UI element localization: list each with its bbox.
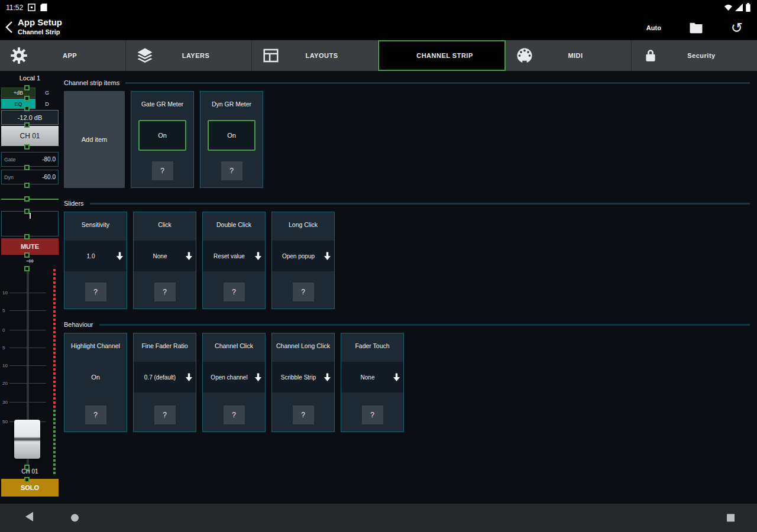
- nav-back-button[interactable]: [25, 511, 34, 524]
- nav-home-button[interactable]: [71, 514, 79, 522]
- tab-security[interactable]: Security: [632, 40, 757, 71]
- dropdown-arrow-icon: [185, 252, 193, 261]
- fader-scale-label: 5: [2, 345, 5, 351]
- auto-mode-button[interactable]: Auto: [646, 24, 661, 31]
- setting-card-channel-click: Channel Click Open channel ?: [202, 333, 266, 432]
- dyn-item[interactable]: Dyn -60.0: [1, 170, 59, 184]
- help-button[interactable]: ?: [85, 406, 106, 424]
- edit-handle: [24, 106, 30, 111]
- layers-icon: [132, 47, 158, 64]
- lock-icon: [638, 47, 664, 64]
- edit-handle: [24, 196, 30, 202]
- settings-tab-bar: APP LAYERS LAYOUTS CHANNEL STRIP MIDI: [0, 40, 757, 71]
- solo-button[interactable]: SOLO: [1, 479, 59, 497]
- help-button[interactable]: ?: [154, 406, 176, 424]
- card-title: Fine Fader Ratio: [134, 333, 196, 359]
- back-icon[interactable]: [5, 21, 13, 34]
- midi-icon: [512, 47, 538, 64]
- fader-scale-label: 20: [2, 381, 8, 386]
- setting-card-channel-long-click: Channel Long Click Scribble Strip ?: [271, 333, 335, 432]
- edit-handle: [24, 85, 30, 90]
- channel-items-row: Add item Gate GR Meter On ? Dyn GR Meter…: [64, 91, 750, 188]
- gain-item[interactable]: +dB G: [1, 87, 59, 98]
- section-divider: [99, 324, 750, 326]
- fader-area: 10 5 0 5 10 20 30 50: [0, 269, 61, 476]
- section-divider: [125, 82, 750, 84]
- pan-item[interactable]: [1, 211, 59, 236]
- eq-item[interactable]: EQ D: [1, 99, 59, 109]
- toggle-button[interactable]: On: [138, 120, 186, 151]
- gate-item[interactable]: Gate -80.0: [1, 152, 59, 167]
- tab-label: LAYERS: [158, 52, 251, 59]
- fader-scale-label: 10: [2, 363, 8, 368]
- help-button[interactable]: ?: [152, 161, 173, 180]
- nav-recents-button[interactable]: [727, 514, 735, 522]
- card-title: Click: [134, 212, 196, 238]
- tab-layers[interactable]: LAYERS: [126, 40, 252, 71]
- edit-handle: [24, 266, 30, 271]
- setting-card-gate-gr-meter: Gate GR Meter On ?: [131, 91, 194, 188]
- dropdown-fader-touch[interactable]: None: [341, 362, 403, 392]
- dropdown-click[interactable]: None: [134, 241, 196, 271]
- dropdown-value: 1.0: [64, 253, 115, 259]
- level-display[interactable]: -12.0 dB: [1, 110, 59, 125]
- fader-scale-label: 30: [2, 400, 8, 405]
- help-button[interactable]: ?: [293, 406, 314, 424]
- setting-card-sensitivity: Sensitivity 1.0 ?: [64, 212, 127, 309]
- gear-icon: [6, 47, 32, 64]
- setting-card-double-click: Double Click Reset value ?: [202, 212, 266, 309]
- add-item-button[interactable]: Add item: [64, 91, 125, 188]
- nav-home-icon: [71, 514, 79, 522]
- dropdown-arrow-icon: [115, 252, 124, 261]
- tab-midi[interactable]: MIDI: [506, 40, 632, 71]
- dropdown-long-click[interactable]: Open popup: [272, 241, 334, 271]
- dropdown-sensitivity[interactable]: 1.0: [64, 241, 127, 271]
- tab-label: MIDI: [538, 52, 631, 59]
- fader-scale-tick: [9, 365, 46, 366]
- help-button[interactable]: ?: [293, 283, 314, 301]
- help-button[interactable]: ?: [224, 406, 245, 424]
- tab-channel-strip[interactable]: CHANNEL STRIP: [378, 40, 506, 71]
- dropdown-value: Open popup: [272, 253, 323, 259]
- nav-back-icon: [25, 511, 34, 522]
- help-button[interactable]: ?: [85, 283, 106, 301]
- dropdown-channel-long-click[interactable]: Scribble Strip: [272, 362, 334, 392]
- tab-layouts[interactable]: LAYOUTS: [252, 40, 378, 71]
- toggle-button[interactable]: On: [64, 362, 127, 392]
- dyn-label: Dyn: [4, 174, 14, 180]
- dropdown-arrow-icon: [323, 252, 332, 261]
- fader-scale-tick: [9, 330, 46, 330]
- scribble-strip[interactable]: CH 01: [1, 126, 59, 146]
- folder-icon[interactable]: [688, 21, 704, 34]
- layout-icon: [258, 47, 284, 64]
- fader-scale-tick: [9, 310, 46, 311]
- dropdown-double-click[interactable]: Reset value: [203, 241, 265, 271]
- setting-card-click: Click None ?: [133, 212, 196, 309]
- dropdown-fine-fader-ratio[interactable]: 0.7 (default): [134, 362, 196, 392]
- section-title: Sliders: [64, 200, 84, 207]
- card-title: Channel Long Click: [272, 333, 334, 359]
- cell-signal-icon: [735, 4, 743, 11]
- dropdown-value: Open channel: [203, 374, 254, 381]
- tab-label: Security: [664, 52, 757, 59]
- section-sliders: Sliders: [64, 200, 750, 207]
- fader-scale-label: 5: [2, 308, 5, 313]
- help-button[interactable]: ?: [362, 406, 383, 424]
- setting-card-fader-touch: Fader Touch None ?: [341, 333, 404, 432]
- app-bar-titles: App Setup Channel Strip: [18, 17, 62, 35]
- toggle-button[interactable]: On: [208, 120, 255, 151]
- help-button[interactable]: ?: [154, 283, 176, 301]
- edit-handle: [24, 209, 30, 214]
- dropdown-channel-click[interactable]: Open channel: [203, 362, 265, 392]
- eq-chip: EQ: [1, 99, 35, 109]
- tab-app[interactable]: APP: [0, 40, 126, 71]
- fader-scale-tick: [9, 383, 46, 384]
- undo-icon[interactable]: ↺: [731, 21, 743, 35]
- mute-button[interactable]: MUTE: [1, 238, 59, 255]
- page-title: App Setup: [18, 17, 62, 27]
- help-button[interactable]: ?: [224, 283, 245, 301]
- help-button[interactable]: ?: [221, 161, 242, 180]
- gate-label: Gate: [4, 157, 16, 163]
- status-right-icons: [724, 3, 751, 12]
- fader-handle[interactable]: [14, 420, 40, 459]
